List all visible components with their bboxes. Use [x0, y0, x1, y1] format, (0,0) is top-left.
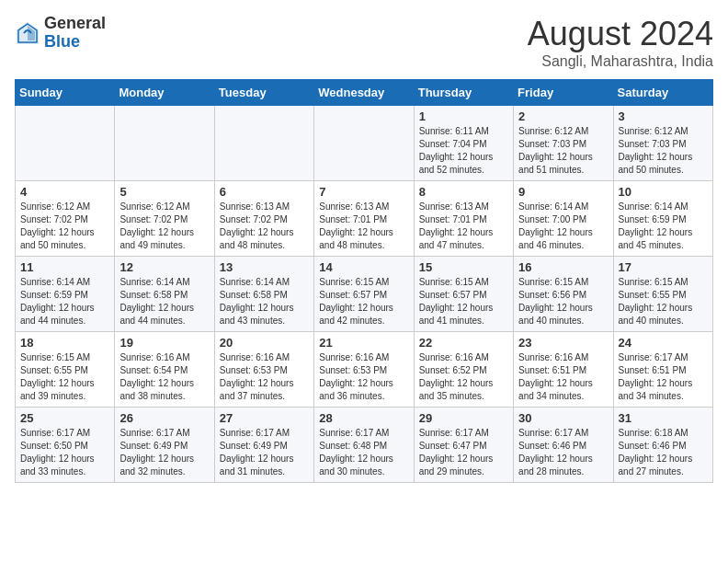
calendar-day-cell: 20Sunrise: 6:16 AM Sunset: 6:53 PM Dayli… — [214, 332, 313, 408]
day-info: Sunrise: 6:17 AM Sunset: 6:47 PM Dayligh… — [419, 427, 508, 478]
day-info: Sunrise: 6:16 AM Sunset: 6:51 PM Dayligh… — [518, 351, 608, 403]
calendar-day-cell: 8Sunrise: 6:13 AM Sunset: 7:01 PM Daylig… — [414, 181, 513, 257]
day-info: Sunrise: 6:13 AM Sunset: 7:01 PM Dayligh… — [419, 201, 508, 252]
calendar-day-cell: 14Sunrise: 6:15 AM Sunset: 6:57 PM Dayli… — [314, 257, 414, 332]
day-number: 8 — [419, 185, 508, 199]
day-number: 12 — [119, 260, 209, 274]
day-number: 22 — [419, 336, 508, 350]
calendar-day-cell: 9Sunrise: 6:14 AM Sunset: 7:00 PM Daylig… — [514, 181, 613, 257]
day-info: Sunrise: 6:16 AM Sunset: 6:53 PM Dayligh… — [220, 351, 309, 403]
calendar-day-cell: 4Sunrise: 6:12 AM Sunset: 7:02 PM Daylig… — [16, 181, 115, 257]
day-info: Sunrise: 6:12 AM Sunset: 7:02 PM Dayligh… — [119, 201, 209, 252]
weekday-row: SundayMondayTuesdayWednesdayThursdayFrid… — [16, 80, 713, 106]
calendar-day-cell — [115, 106, 214, 181]
weekday-header: Sunday — [16, 80, 115, 106]
calendar-day-cell: 17Sunrise: 6:15 AM Sunset: 6:55 PM Dayli… — [613, 257, 712, 332]
logo-text: General Blue — [44, 15, 106, 52]
day-info: Sunrise: 6:14 AM Sunset: 6:59 PM Dayligh… — [20, 276, 109, 327]
calendar-day-cell: 10Sunrise: 6:14 AM Sunset: 6:59 PM Dayli… — [613, 181, 712, 257]
day-number: 4 — [20, 185, 109, 199]
calendar-day-cell: 19Sunrise: 6:16 AM Sunset: 6:54 PM Dayli… — [115, 332, 214, 408]
calendar-day-cell: 12Sunrise: 6:14 AM Sunset: 6:58 PM Dayli… — [115, 257, 214, 332]
day-info: Sunrise: 6:14 AM Sunset: 7:00 PM Dayligh… — [518, 201, 608, 252]
weekday-header: Wednesday — [314, 80, 414, 106]
day-number: 23 — [518, 336, 608, 350]
day-number: 28 — [319, 411, 408, 425]
calendar-week-row: 1Sunrise: 6:11 AM Sunset: 7:04 PM Daylig… — [16, 106, 713, 181]
calendar-week-row: 11Sunrise: 6:14 AM Sunset: 6:59 PM Dayli… — [16, 257, 713, 332]
calendar-body: 1Sunrise: 6:11 AM Sunset: 7:04 PM Daylig… — [16, 106, 713, 483]
day-number: 16 — [518, 260, 608, 274]
calendar-day-cell: 23Sunrise: 6:16 AM Sunset: 6:51 PM Dayli… — [514, 332, 613, 408]
calendar-day-cell: 2Sunrise: 6:12 AM Sunset: 7:03 PM Daylig… — [514, 106, 613, 181]
weekday-header: Monday — [115, 80, 214, 106]
month-year: August 2024 — [528, 15, 713, 53]
day-number: 29 — [419, 411, 508, 425]
day-number: 15 — [419, 260, 508, 274]
day-number: 1 — [419, 109, 508, 123]
calendar-day-cell: 21Sunrise: 6:16 AM Sunset: 6:53 PM Dayli… — [314, 332, 414, 408]
logo-general: General — [44, 14, 106, 32]
day-number: 20 — [220, 336, 309, 350]
calendar-day-cell — [16, 106, 115, 181]
day-info: Sunrise: 6:18 AM Sunset: 6:46 PM Dayligh… — [619, 427, 708, 478]
location: Sangli, Maharashtra, India — [528, 53, 713, 70]
day-number: 13 — [220, 260, 309, 274]
calendar-week-row: 4Sunrise: 6:12 AM Sunset: 7:02 PM Daylig… — [16, 181, 713, 257]
day-info: Sunrise: 6:16 AM Sunset: 6:52 PM Dayligh… — [419, 351, 508, 403]
calendar-week-row: 18Sunrise: 6:15 AM Sunset: 6:55 PM Dayli… — [16, 332, 713, 408]
day-number: 2 — [518, 109, 608, 123]
day-number: 17 — [619, 260, 708, 274]
calendar-day-cell — [214, 106, 313, 181]
day-number: 9 — [518, 185, 608, 199]
day-info: Sunrise: 6:13 AM Sunset: 7:02 PM Dayligh… — [220, 201, 309, 252]
day-info: Sunrise: 6:16 AM Sunset: 6:53 PM Dayligh… — [319, 351, 408, 403]
weekday-header: Thursday — [414, 80, 513, 106]
calendar-day-cell: 26Sunrise: 6:17 AM Sunset: 6:49 PM Dayli… — [115, 408, 214, 483]
day-info: Sunrise: 6:15 AM Sunset: 6:56 PM Dayligh… — [518, 276, 608, 327]
calendar-day-cell: 22Sunrise: 6:16 AM Sunset: 6:52 PM Dayli… — [414, 332, 513, 408]
day-info: Sunrise: 6:17 AM Sunset: 6:50 PM Dayligh… — [20, 427, 109, 478]
calendar-day-cell: 31Sunrise: 6:18 AM Sunset: 6:46 PM Dayli… — [613, 408, 712, 483]
day-number: 19 — [119, 336, 209, 350]
calendar-day-cell: 5Sunrise: 6:12 AM Sunset: 7:02 PM Daylig… — [115, 181, 214, 257]
calendar-day-cell: 13Sunrise: 6:14 AM Sunset: 6:58 PM Dayli… — [214, 257, 313, 332]
weekday-header: Tuesday — [214, 80, 313, 106]
day-info: Sunrise: 6:15 AM Sunset: 6:55 PM Dayligh… — [20, 351, 109, 403]
calendar-week-row: 25Sunrise: 6:17 AM Sunset: 6:50 PM Dayli… — [16, 408, 713, 483]
logo: General Blue — [15, 15, 106, 52]
day-info: Sunrise: 6:12 AM Sunset: 7:03 PM Dayligh… — [518, 125, 608, 177]
day-number: 6 — [220, 185, 309, 199]
day-info: Sunrise: 6:15 AM Sunset: 6:55 PM Dayligh… — [619, 276, 708, 327]
calendar-day-cell: 28Sunrise: 6:17 AM Sunset: 6:48 PM Dayli… — [314, 408, 414, 483]
day-info: Sunrise: 6:17 AM Sunset: 6:51 PM Dayligh… — [619, 351, 708, 403]
calendar-day-cell: 6Sunrise: 6:13 AM Sunset: 7:02 PM Daylig… — [214, 181, 313, 257]
day-number: 31 — [619, 411, 708, 425]
calendar-header: SundayMondayTuesdayWednesdayThursdayFrid… — [16, 80, 713, 106]
calendar-day-cell: 15Sunrise: 6:15 AM Sunset: 6:57 PM Dayli… — [414, 257, 513, 332]
day-number: 27 — [220, 411, 309, 425]
day-number: 21 — [319, 336, 408, 350]
calendar-day-cell: 18Sunrise: 6:15 AM Sunset: 6:55 PM Dayli… — [16, 332, 115, 408]
day-info: Sunrise: 6:14 AM Sunset: 6:58 PM Dayligh… — [119, 276, 209, 327]
calendar-day-cell: 1Sunrise: 6:11 AM Sunset: 7:04 PM Daylig… — [414, 106, 513, 181]
calendar-day-cell: 16Sunrise: 6:15 AM Sunset: 6:56 PM Dayli… — [514, 257, 613, 332]
day-info: Sunrise: 6:17 AM Sunset: 6:46 PM Dayligh… — [518, 427, 608, 478]
weekday-header: Friday — [514, 80, 613, 106]
day-number: 25 — [20, 411, 109, 425]
day-number: 11 — [20, 260, 109, 274]
day-number: 24 — [619, 336, 708, 350]
day-info: Sunrise: 6:12 AM Sunset: 7:03 PM Dayligh… — [619, 125, 708, 177]
day-info: Sunrise: 6:17 AM Sunset: 6:49 PM Dayligh… — [220, 427, 309, 478]
calendar-day-cell: 24Sunrise: 6:17 AM Sunset: 6:51 PM Dayli… — [613, 332, 712, 408]
day-info: Sunrise: 6:14 AM Sunset: 6:58 PM Dayligh… — [220, 276, 309, 327]
day-info: Sunrise: 6:11 AM Sunset: 7:04 PM Dayligh… — [419, 125, 508, 177]
calendar-day-cell: 3Sunrise: 6:12 AM Sunset: 7:03 PM Daylig… — [613, 106, 712, 181]
day-info: Sunrise: 6:17 AM Sunset: 6:48 PM Dayligh… — [319, 427, 408, 478]
weekday-header: Saturday — [613, 80, 712, 106]
day-number: 30 — [518, 411, 608, 425]
day-info: Sunrise: 6:13 AM Sunset: 7:01 PM Dayligh… — [319, 201, 408, 252]
calendar-day-cell: 30Sunrise: 6:17 AM Sunset: 6:46 PM Dayli… — [514, 408, 613, 483]
title-section: August 2024 Sangli, Maharashtra, India — [528, 15, 713, 70]
day-number: 7 — [319, 185, 408, 199]
